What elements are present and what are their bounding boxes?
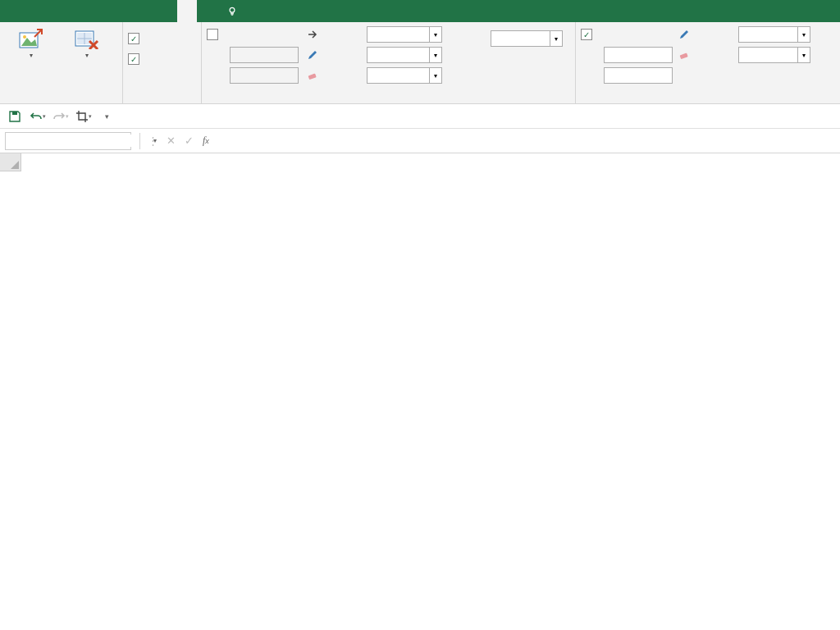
tab-image-insert[interactable] — [177, 0, 197, 22]
name-box[interactable]: ▾ — [5, 132, 131, 150]
lightbulb-icon — [226, 6, 238, 17]
pencil-icon — [678, 28, 691, 41]
dropdown-icon[interactable]: ▾ — [429, 47, 442, 63]
memo-height-input[interactable] — [604, 67, 673, 84]
select-all-corner[interactable] — [0, 153, 21, 171]
delete-image-from-cell-button[interactable]: ▾ — [61, 25, 113, 59]
direction-combo[interactable]: ▾ — [491, 30, 563, 47]
memo-width-input[interactable] — [604, 47, 673, 63]
dropdown-icon[interactable]: ▾ — [550, 30, 563, 47]
info-write-value[interactable] — [367, 47, 429, 63]
info-write-combo[interactable]: ▾ — [367, 47, 442, 63]
checkbox-cell[interactable] — [128, 33, 139, 44]
insert-delete-target-header — [128, 25, 143, 27]
tell-me[interactable] — [217, 0, 253, 22]
fx-icon[interactable]: fx — [203, 135, 209, 147]
column-headers — [0, 153, 840, 171]
insert-image-icon — [18, 27, 44, 50]
checkbox-cell-size[interactable] — [207, 29, 218, 40]
svg-rect-10 — [308, 73, 317, 80]
svg-rect-12 — [12, 112, 17, 115]
cell-height-input — [230, 67, 299, 84]
tab-developer[interactable] — [158, 0, 177, 22]
dropdown-icon: ▾ — [5, 52, 57, 59]
cancel-icon: ✕ — [162, 135, 180, 147]
undo-button[interactable]: ▾ — [30, 108, 46, 125]
tab-home[interactable] — [20, 0, 39, 22]
ribbon-tabbar — [0, 0, 840, 22]
quick-access-toolbar: ▾ ▾ ▾ ▾ — [0, 104, 840, 129]
tab-formulas[interactable] — [79, 0, 98, 22]
qat-customize-button[interactable]: ▾ — [98, 108, 115, 125]
group-general — [123, 22, 202, 103]
store-method-combo[interactable]: ▾ — [367, 26, 442, 43]
arrow-icon — [306, 28, 319, 41]
delete-method-value[interactable] — [367, 67, 429, 84]
enter-icon: ✓ — [180, 135, 198, 147]
tab-page-layout[interactable] — [59, 0, 79, 22]
store-method-value[interactable] — [367, 26, 429, 43]
save-button[interactable] — [7, 108, 23, 125]
svg-point-0 — [230, 7, 235, 12]
multi-cell-header — [446, 25, 570, 27]
group-cell-settings: ▾ ▾ ▾ — [202, 22, 576, 103]
svg-point-3 — [23, 35, 26, 39]
svg-rect-11 — [680, 52, 688, 59]
direction-value[interactable] — [491, 30, 550, 47]
insert-image-to-cell-button[interactable]: ▾ — [5, 25, 57, 59]
ribbon: ▾ ▾ — [0, 22, 840, 104]
group-label — [581, 100, 810, 102]
dropdown-icon[interactable]: ▾ — [797, 47, 810, 63]
delete-image-icon — [74, 27, 100, 50]
group-memo-settings: ▾ ▾ — [576, 22, 815, 103]
tab-data[interactable] — [98, 0, 118, 22]
eraser-icon — [306, 69, 319, 82]
pencil-icon — [306, 48, 319, 62]
group-insert-delete: ▾ ▾ — [0, 22, 123, 103]
memo-delete-method-value[interactable] — [738, 47, 797, 63]
group-label — [5, 100, 117, 102]
dropdown-icon[interactable]: ▾ — [429, 67, 442, 84]
redo-button[interactable]: ▾ — [52, 108, 69, 125]
spreadsheet-grid — [0, 153, 840, 171]
formula-input[interactable] — [214, 132, 840, 150]
memo-delete-method-combo[interactable]: ▾ — [738, 47, 810, 63]
eraser-icon — [678, 48, 691, 62]
memo-info-write-combo[interactable]: ▾ — [738, 26, 810, 43]
group-label — [207, 100, 570, 102]
group-label — [128, 100, 196, 102]
dropdown-icon[interactable]: ▾ — [429, 26, 442, 43]
cell-width-input — [230, 47, 299, 63]
tab-review[interactable] — [118, 0, 138, 22]
separator — [139, 133, 140, 149]
delete-method-combo[interactable]: ▾ — [367, 67, 442, 84]
checkbox-max-size[interactable] — [581, 29, 592, 40]
name-box-input[interactable] — [6, 135, 153, 147]
tab-insert[interactable] — [39, 0, 59, 22]
checkbox-memo[interactable] — [128, 53, 139, 65]
tab-view[interactable] — [138, 0, 158, 22]
memo-info-write-value[interactable] — [738, 26, 797, 43]
tab-file[interactable] — [0, 0, 20, 22]
dropdown-icon: ▾ — [61, 52, 113, 59]
dropdown-icon[interactable]: ▾ — [797, 26, 810, 43]
more-icon: ⋮ — [144, 135, 162, 147]
tab-help[interactable] — [197, 0, 217, 22]
formula-bar: ▾ ⋮ ✕ ✓ fx — [0, 129, 840, 153]
crop-button[interactable]: ▾ — [75, 108, 92, 125]
